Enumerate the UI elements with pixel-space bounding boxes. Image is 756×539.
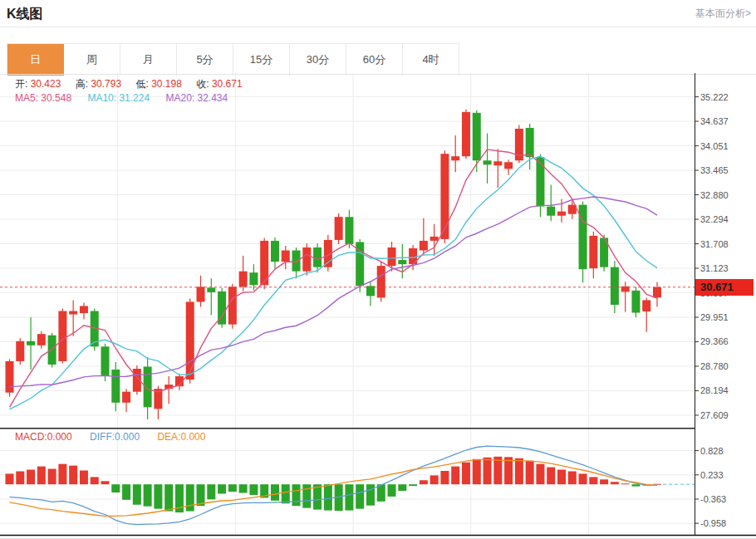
tab-month[interactable]: 月 <box>120 44 177 76</box>
ma5-value: MA5: 30.548 <box>15 92 71 104</box>
y-axis-label: 32.880 <box>700 190 729 200</box>
macd-bar <box>451 467 459 485</box>
macd-bar <box>249 484 258 495</box>
macd-bar <box>345 484 353 510</box>
candle-body <box>611 267 619 305</box>
macd-bar <box>366 484 375 506</box>
candle-body <box>345 217 353 244</box>
candle-body <box>271 241 279 262</box>
macd-bar <box>133 484 141 505</box>
tab-15min[interactable]: 15分 <box>233 44 290 76</box>
current-price-badge: 30.671 <box>695 279 754 296</box>
y-axis-label: 32.294 <box>700 214 729 224</box>
y-axis-label: 29.951 <box>700 312 729 322</box>
y-axis-label: 28.194 <box>700 385 729 395</box>
macd-bar <box>186 484 194 511</box>
macd-bar <box>515 458 523 484</box>
macd-bar <box>398 484 406 491</box>
close-label: 收: <box>196 78 209 90</box>
ma20-value: MA20: 32.434 <box>165 92 228 104</box>
tab-4hour[interactable]: 4时 <box>403 44 459 76</box>
macd-bar <box>111 484 120 492</box>
candle-body <box>335 217 343 240</box>
main-candlestick-chart[interactable]: 35.22234.63734.05133.46532.88032.29431.7… <box>0 73 756 428</box>
macd-bar <box>409 484 417 486</box>
macd-bar <box>37 467 46 485</box>
candle-body <box>536 157 544 206</box>
macd-bar <box>80 471 88 485</box>
dea-line <box>10 459 658 516</box>
macd-bar <box>207 484 215 499</box>
main-y-ticks: 35.22234.63734.05133.46532.88032.29431.7… <box>695 92 729 420</box>
macd-axis-label: -0.958 <box>700 518 726 528</box>
tab-60min[interactable]: 60分 <box>346 44 403 76</box>
macd-bar <box>579 473 587 484</box>
fundamental-analysis-link[interactable]: 基本面分析> <box>695 7 751 21</box>
macd-indicator-chart[interactable]: 0.8280.233-0.363-0.958 <box>0 428 756 539</box>
macd-bar <box>356 484 364 508</box>
open-label: 开: <box>15 78 27 90</box>
candle-body <box>186 301 194 380</box>
macd-axis-label: 0.233 <box>700 470 724 480</box>
candle-body <box>6 361 14 393</box>
macd-bar <box>526 461 534 484</box>
y-axis-label: 28.780 <box>700 361 729 371</box>
macd-bar <box>228 484 237 492</box>
candle-body <box>526 128 534 157</box>
candle-body <box>282 251 290 262</box>
candle-body <box>80 306 88 313</box>
candle-body <box>197 287 205 301</box>
candle-body <box>292 251 301 272</box>
open-value: 30.423 <box>31 78 61 90</box>
macd-bar <box>197 484 205 506</box>
macd-bar <box>27 470 35 485</box>
macd-bar <box>473 459 481 484</box>
candle-body <box>504 162 513 169</box>
macd-bar <box>58 464 66 485</box>
macd-bar <box>440 471 449 484</box>
candle-body <box>48 336 56 365</box>
candle-body <box>239 272 248 287</box>
y-axis-label: 33.465 <box>700 165 729 175</box>
macd-bar <box>430 475 439 484</box>
macd-axis-label: 0.828 <box>700 446 724 456</box>
ohlc-info-row: 开: 30.423 高: 30.793 低: 30.198 收: 30.671 <box>15 77 254 91</box>
candle-body <box>144 366 152 407</box>
macd-bar <box>600 479 608 484</box>
dea-value: DEA:0.000 <box>157 431 205 443</box>
ma10-value: MA10: 31.224 <box>87 92 150 104</box>
macd-bar <box>164 484 173 511</box>
macd-bar <box>144 484 152 506</box>
macd-bar <box>568 471 577 484</box>
candle-body <box>451 156 459 160</box>
y-axis-label: 31.123 <box>700 263 729 273</box>
macd-bar <box>239 484 248 492</box>
candles-layer <box>6 110 662 419</box>
tab-week[interactable]: 周 <box>64 44 120 76</box>
macd-bar <box>101 481 110 484</box>
tab-5min[interactable]: 5分 <box>177 44 233 76</box>
candle-body <box>377 266 385 297</box>
ma-info-row: MA5: 30.548 MA10: 31.224 MA20: 32.434 <box>15 92 241 104</box>
macd-bar <box>536 464 544 485</box>
candle-body <box>653 287 661 297</box>
macd-bar <box>589 477 597 484</box>
macd-bar <box>420 480 428 484</box>
page-title: K线图 <box>7 6 43 23</box>
macd-bar <box>271 484 279 501</box>
candle-body <box>27 341 35 345</box>
macd-bar <box>611 482 619 484</box>
y-axis-label: 34.051 <box>700 141 729 151</box>
macd-bar <box>547 468 555 485</box>
candle-body <box>589 236 597 268</box>
candle-body <box>313 247 322 267</box>
candle-body <box>547 207 555 216</box>
candle-body <box>388 247 396 266</box>
candle-body <box>302 247 311 272</box>
tab-day[interactable]: 日 <box>7 44 64 76</box>
low-value: 30.198 <box>151 78 182 90</box>
macd-bar <box>631 484 640 486</box>
close-value: 30.671 <box>212 78 243 90</box>
candle-body <box>16 341 24 361</box>
tab-30min[interactable]: 30分 <box>290 44 346 76</box>
